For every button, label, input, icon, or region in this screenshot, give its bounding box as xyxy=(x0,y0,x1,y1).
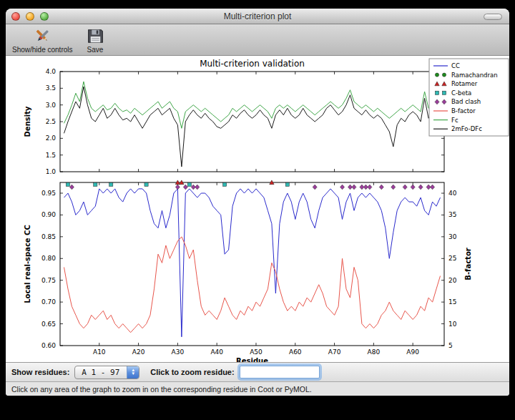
svg-text:0.85: 0.85 xyxy=(41,233,56,240)
show-hide-controls-button[interactable]: Show/hide controls xyxy=(10,26,75,54)
svg-text:2.0: 2.0 xyxy=(46,135,57,142)
svg-text:A80: A80 xyxy=(368,348,381,356)
show-hide-controls-label: Show/hide controls xyxy=(12,46,73,54)
show-residues-label: Show residues: xyxy=(11,368,69,376)
c-beta-marker xyxy=(187,182,191,186)
zoom-residue-input[interactable] xyxy=(240,366,320,379)
svg-text:35: 35 xyxy=(448,211,456,218)
svg-text:30: 30 xyxy=(448,233,457,240)
save-button[interactable]: Save xyxy=(84,26,107,54)
window-title: Multi-criterion plot xyxy=(224,11,292,21)
toolbar-toggle-button[interactable] xyxy=(484,14,502,20)
bottom-y-axis-label: Local real-space CC xyxy=(24,225,31,303)
svg-text:A30: A30 xyxy=(172,348,185,356)
svg-text:A60: A60 xyxy=(289,348,302,356)
stepper-down-icon: ▼ xyxy=(131,372,135,376)
svg-text:0.70: 0.70 xyxy=(41,298,56,306)
svg-text:A10: A10 xyxy=(93,348,106,356)
legend-ramachandran-marker xyxy=(442,73,446,77)
controls-bar: Show residues: A 1 - 97 ▲ ▼ Click to zoo… xyxy=(6,362,509,381)
save-icon xyxy=(86,26,105,46)
svg-text:0.75: 0.75 xyxy=(41,277,56,284)
svg-text:10: 10 xyxy=(448,321,457,328)
c-beta-marker xyxy=(94,182,97,186)
right-y-axis-label: B-factor xyxy=(464,248,472,280)
svg-text:0.80: 0.80 xyxy=(41,255,56,262)
close-button[interactable] xyxy=(11,12,20,21)
svg-text:4.0: 4.0 xyxy=(46,68,57,75)
svg-text:1.0: 1.0 xyxy=(46,168,57,175)
popup-stepper: ▲ ▼ xyxy=(127,366,139,379)
svg-text:A90: A90 xyxy=(406,348,419,356)
svg-text:3.5: 3.5 xyxy=(46,84,56,92)
svg-text:0.95: 0.95 xyxy=(41,190,56,197)
show-residues-select[interactable]: A 1 - 97 ▲ ▼ xyxy=(74,366,139,379)
svg-text:0.90: 0.90 xyxy=(41,211,56,218)
edit-tools-icon xyxy=(33,26,52,46)
zoom-residue-label: Click to zoom residue: xyxy=(150,368,234,376)
chart-title: Multi-criterion validation xyxy=(200,59,305,69)
legend-label: Rotamer xyxy=(451,80,478,87)
zoom-window-button[interactable] xyxy=(40,12,49,21)
svg-text:A70: A70 xyxy=(328,348,341,356)
svg-text:0.65: 0.65 xyxy=(41,321,56,328)
app-window: Multi-criterion plot Show/hide controls xyxy=(6,9,509,396)
svg-text:1.5: 1.5 xyxy=(46,152,56,159)
status-bar: Click on any area of the graph to zoom i… xyxy=(6,381,509,396)
c-beta-marker xyxy=(66,182,69,186)
svg-text:3.0: 3.0 xyxy=(46,102,57,109)
legend-label: Ramachandran xyxy=(451,72,498,79)
svg-text:2.5: 2.5 xyxy=(46,118,56,125)
plot-canvas[interactable]: Multi-criterion validation1.01.52.02.53.… xyxy=(6,56,509,362)
traffic-lights xyxy=(11,12,49,21)
c-beta-marker xyxy=(109,182,113,186)
top-axes xyxy=(60,72,444,172)
title-bar[interactable]: Multi-criterion plot xyxy=(6,9,509,24)
legend-c-beta-marker xyxy=(442,91,446,94)
svg-text:A40: A40 xyxy=(210,348,223,356)
svg-text:20: 20 xyxy=(448,277,457,284)
legend-label: C-beta xyxy=(451,89,471,97)
c-beta-marker xyxy=(285,182,289,186)
svg-text:A20: A20 xyxy=(132,348,145,356)
legend-label: 2mFo-DFc xyxy=(451,125,482,132)
legend-c-beta-marker xyxy=(435,91,438,94)
legend-label: CC xyxy=(451,62,460,69)
legend-box xyxy=(429,59,509,136)
svg-text:25: 25 xyxy=(448,255,456,262)
legend-label: Fc xyxy=(451,117,458,124)
svg-text:5: 5 xyxy=(448,342,453,349)
c-beta-marker xyxy=(144,182,148,186)
legend-label: Bad clash xyxy=(451,98,481,105)
toolbar: Show/hide controls Save xyxy=(6,24,509,56)
legend-ramachandran-marker xyxy=(435,73,438,77)
plot-svg[interactable]: Multi-criterion validation1.01.52.02.53.… xyxy=(6,56,509,362)
status-text: Click on any area of the graph to zoom i… xyxy=(11,385,312,394)
minimize-button[interactable] xyxy=(26,12,34,21)
svg-text:A50: A50 xyxy=(250,348,263,356)
c-beta-marker xyxy=(223,182,227,186)
svg-text:40: 40 xyxy=(448,190,457,197)
x-axis-label: Residue xyxy=(236,357,268,362)
top-y-axis-label: Density xyxy=(24,106,31,137)
show-residues-value: A 1 - 97 xyxy=(75,366,127,379)
bottom-axes xyxy=(60,182,444,346)
save-label: Save xyxy=(87,46,104,54)
svg-text:0.60: 0.60 xyxy=(41,342,56,349)
svg-text:15: 15 xyxy=(448,298,456,306)
legend-label: B-factor xyxy=(451,107,476,114)
